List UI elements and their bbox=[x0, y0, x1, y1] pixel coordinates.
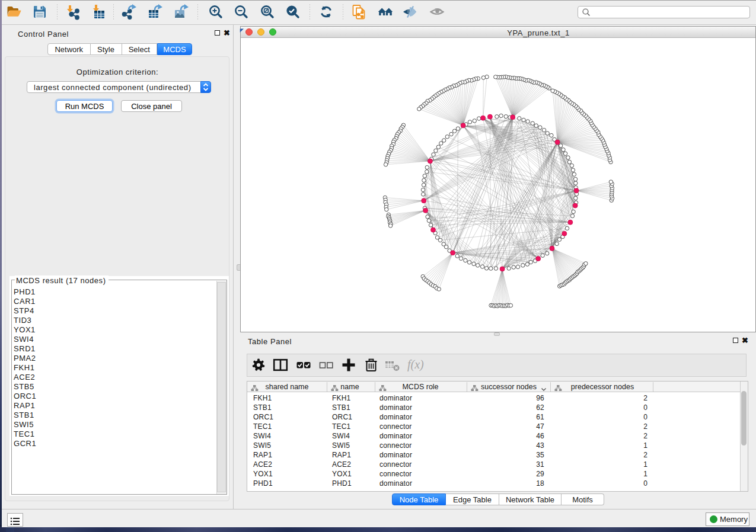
svg-text:f(x): f(x) bbox=[407, 358, 424, 371]
